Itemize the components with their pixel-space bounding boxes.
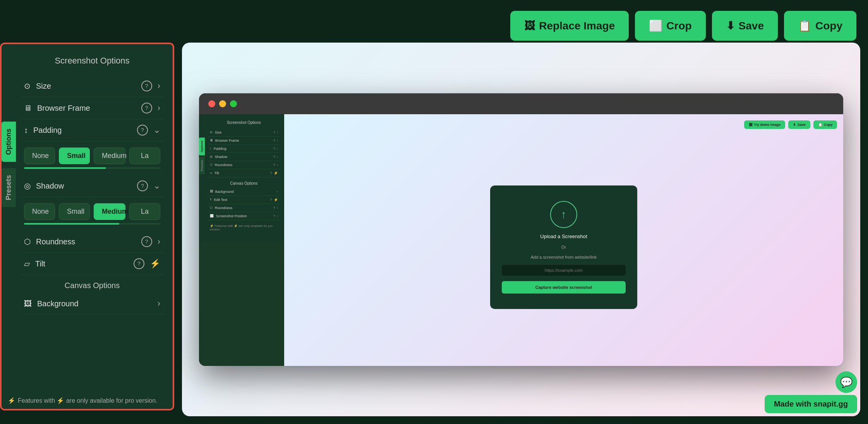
shadow-chevron-down-icon[interactable]: ⌄ (153, 181, 160, 191)
padding-medium-button[interactable]: Medium (94, 148, 125, 164)
tilt-help-icon[interactable]: ? (134, 258, 144, 269)
inner-roundness2-row: ⬡ Roundness ?› (208, 204, 280, 212)
inner-copy-icon: 📋 (818, 123, 822, 127)
inner-padding-right: ?› (273, 147, 278, 151)
padding-option-right: ? ⌄ (137, 125, 160, 136)
url-input[interactable] (502, 265, 626, 276)
tilt-option-row: ▱ Tilt ? ⚡ (21, 253, 163, 275)
canvas-options-title: Canvas Options (21, 281, 163, 290)
browser-window: Options Presets Screenshot Options ⊙ Siz… (199, 93, 843, 366)
options-sidebar: Options Presets Screenshot Options ⊙ Siz… (0, 43, 174, 410)
padding-button-group: None Small Medium La (24, 148, 160, 164)
padding-help-icon[interactable]: ? (137, 125, 148, 136)
shadow-help-icon[interactable]: ? (137, 180, 148, 191)
try-demo-label: Try demo image (754, 123, 781, 127)
shadow-large-button[interactable]: La (129, 203, 160, 220)
toolbar: 🖼 Replace Image ⬜ Crop ⬇ Save 📋 Copy (510, 11, 856, 41)
crop-label: Crop (666, 20, 691, 32)
replace-image-button[interactable]: 🖼 Replace Image (510, 11, 629, 41)
roundness-option-row: ⬡ Roundness ? › (21, 231, 163, 253)
presets-tab[interactable]: Presets (2, 168, 16, 207)
inner-browser-frame-label: Browser Frame (215, 139, 239, 142)
shadow-option-left: ◎ Shadow (24, 181, 64, 191)
size-option-row: ⊙ Size ? › (21, 75, 163, 97)
inner-background-label: Background (215, 190, 234, 194)
inner-browser-frame-right: ?› (273, 139, 278, 142)
size-icon: ⊙ (24, 81, 31, 91)
inner-footer-text: Features with ⚡ are only available for p… (210, 224, 273, 231)
shadow-slider[interactable] (24, 223, 160, 225)
capture-button[interactable]: Capture website screenshot (502, 281, 626, 294)
shadow-none-button[interactable]: None (24, 203, 55, 220)
padding-slider[interactable] (24, 167, 160, 169)
size-chevron-icon[interactable]: › (158, 81, 160, 91)
inner-browser-frame-icon: 🖥 (210, 139, 213, 142)
main-canvas: Options Presets Screenshot Options ⊙ Siz… (182, 43, 860, 416)
shadow-medium-button[interactable]: Medium (94, 203, 125, 220)
padding-label: Padding (33, 126, 62, 135)
browser-frame-icon: 🖥 (24, 104, 32, 113)
browser-content: Options Presets Screenshot Options ⊙ Siz… (199, 114, 843, 366)
crop-button[interactable]: ⬜ Crop (635, 11, 705, 41)
sidebar-content: Screenshot Options ⊙ Size ? › 🖥 Browser … (2, 44, 173, 409)
background-option-left: 🖼 Background (24, 299, 79, 308)
inner-screenshot-position-row: ⬜ Screenshot Position ?› (208, 212, 280, 220)
inner-presets-tab[interactable]: Presets (199, 157, 205, 174)
chat-button[interactable]: 💬 (835, 371, 857, 393)
background-option-right: › (158, 299, 160, 309)
inner-canvas-options-title: Canvas Options (208, 181, 280, 185)
options-tab[interactable]: Options (2, 122, 16, 162)
inner-save-button[interactable]: ⬇ Save (788, 120, 810, 129)
inner-shadow-label: Shadow (215, 155, 228, 159)
shadow-small-button[interactable]: Small (59, 203, 90, 220)
inner-screenshot-options-title: Screenshot Options (208, 120, 280, 125)
inner-size-label: Size (215, 130, 222, 134)
inner-copy-button[interactable]: 📋 Copy (813, 120, 837, 129)
inner-padding-label: Padding (214, 147, 226, 151)
padding-chevron-down-icon[interactable]: ⌄ (153, 125, 160, 135)
copy-icon: 📋 (798, 19, 811, 32)
inner-screenshot-position-right: ?› (273, 214, 278, 218)
inner-browser-frame-row: 🖥 Browser Frame ?› (208, 137, 280, 145)
try-demo-icon: 🖼 (749, 123, 752, 127)
background-option-row: 🖼 Background › (21, 293, 163, 314)
inner-size-right: ?› (273, 130, 278, 134)
inner-background-row: 🖼 Background › (208, 188, 280, 196)
screenshot-options-title: Screenshot Options (21, 56, 163, 66)
inner-options-tab[interactable]: Options (199, 137, 205, 155)
roundness-option-left: ⬡ Roundness (24, 237, 75, 246)
tilt-icon: ▱ (24, 259, 30, 268)
copy-button[interactable]: 📋 Copy (784, 11, 856, 41)
inner-footer-note: ⚡ Features with ⚡ are only available for… (208, 220, 280, 235)
save-icon: ⬇ (726, 19, 735, 32)
padding-none-button[interactable]: None (24, 148, 55, 164)
snapit-badge: Made with snapit.gg (765, 395, 857, 413)
try-demo-button[interactable]: 🖼 Try demo image (744, 120, 785, 129)
browser-frame-help-icon[interactable]: ? (141, 103, 152, 113)
inner-tilt-right: ?⚡ (270, 171, 278, 175)
inner-roundness2-icon: ⬡ (210, 206, 213, 209)
inner-roundness2-label: Roundness (215, 206, 233, 210)
inner-screenshot-position-icon: ⬜ (210, 214, 214, 218)
background-chevron-icon[interactable]: › (158, 299, 160, 309)
shadow-option-right: ? ⌄ (137, 180, 160, 191)
inner-edit-text-right: ?⚡ (270, 198, 278, 202)
roundness-label: Roundness (36, 237, 75, 246)
inner-padding-row: ↕ Padding ?› (208, 145, 280, 153)
inner-edit-text-icon: T (210, 198, 212, 201)
upload-sub-text: Add a screenshot from website/link (531, 255, 597, 259)
inner-roundness-icon: ⬡ (210, 163, 213, 167)
padding-large-button[interactable]: La (129, 148, 160, 164)
padding-option-left: ↕ Padding (24, 126, 62, 135)
inner-padding-icon: ↕ (210, 147, 211, 150)
tilt-label: Tilt (35, 259, 45, 268)
browser-frame-chevron-icon[interactable]: › (158, 103, 160, 113)
inner-tilt-icon: ▱ (210, 171, 212, 175)
roundness-help-icon[interactable]: ? (141, 236, 152, 247)
inner-toolbar: 🖼 Try demo image ⬇ Save 📋 Copy (744, 120, 837, 129)
roundness-chevron-icon[interactable]: › (158, 237, 160, 247)
upload-icon: ↑ (550, 201, 577, 228)
padding-small-button[interactable]: Small (59, 148, 90, 164)
save-button[interactable]: ⬇ Save (712, 11, 778, 41)
size-help-icon[interactable]: ? (141, 81, 152, 91)
